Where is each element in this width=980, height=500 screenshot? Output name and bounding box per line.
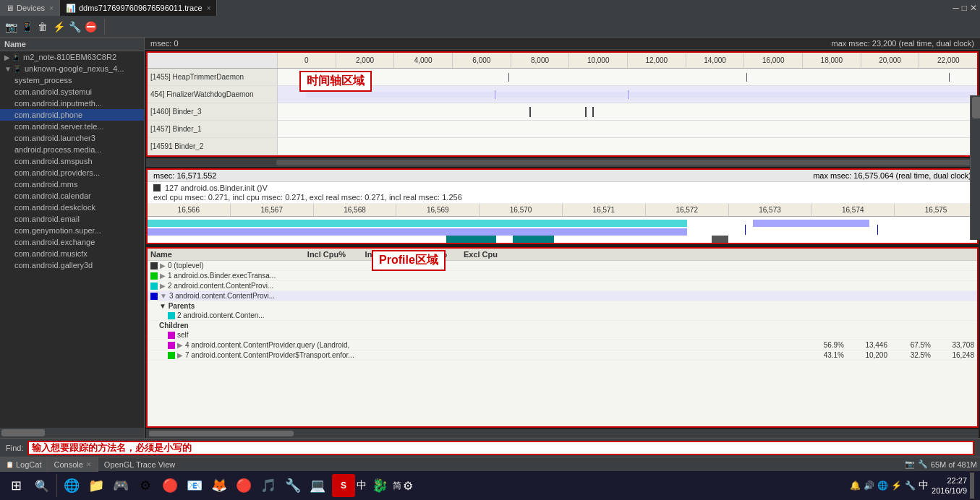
stop-btn[interactable]: ⛔ <box>82 19 98 35</box>
left-panel-hscroll[interactable] <box>0 428 144 438</box>
taskbar-app8[interactable]: 💻 <box>306 474 329 497</box>
detail-track[interactable] <box>148 217 977 243</box>
console-tab[interactable]: Console ✕ <box>48 457 98 472</box>
tree-arrow: ▶ <box>4 53 10 61</box>
process-item[interactable]: com.genymotion.super... <box>0 225 144 236</box>
thread-row-2: 454] FinalizerWatchdogDaemon <box>148 86 977 103</box>
profile-row-self[interactable]: self <box>148 330 977 340</box>
thread-track-2[interactable] <box>278 86 977 103</box>
trace-tab-close[interactable]: × <box>207 4 211 12</box>
clock-area: 22:27 2016/10/9 <box>932 475 967 496</box>
profile-panel: Name Incl Cpu% Incl Cpu Excl Cpu% Excl C… <box>146 247 979 428</box>
process-item[interactable]: com.android.deskclock <box>0 202 144 213</box>
ruler-num: 2,000 <box>336 53 395 68</box>
msec-right: max msec: 23,200 (real time, dual clock) <box>832 39 974 48</box>
thread-label: [1460] Binder_3 <box>148 103 278 120</box>
toolbar: 📷 📱 🗑 ⚡ 🔧 ⛔ <box>0 16 980 38</box>
taskbar-sougou[interactable]: S <box>332 474 355 497</box>
start-button[interactable]: ⊞ <box>3 473 29 499</box>
process-item[interactable]: com.android.systemui <box>0 86 144 98</box>
process-item[interactable]: com.android.launcher3 <box>0 132 144 144</box>
profile-row-1[interactable]: ▶ 1 android.os.Binder.execTransa... <box>148 271 977 281</box>
taskbar-explorer[interactable]: 📁 <box>85 474 108 497</box>
delete-btn[interactable]: 🗑 <box>35 19 51 35</box>
thread-track-5[interactable] <box>278 138 977 155</box>
process-item[interactable]: com.android.exchange <box>0 236 144 248</box>
trace-tab[interactable]: 📊 ddms7176997609676596011.trace × <box>60 0 218 16</box>
thread-track-4[interactable] <box>278 121 977 137</box>
detail-line2: excl cpu msec: 0.271, incl cpu msec: 0.2… <box>153 193 971 202</box>
process-item-phone[interactable]: com.android.phone <box>0 109 144 121</box>
tray-icon-5[interactable]: 🔧 <box>905 480 916 491</box>
profile-row-0[interactable]: ▶ 0 (toplevel) <box>148 261 977 271</box>
process-item[interactable]: com.android.smspush <box>0 155 144 167</box>
status-icon-1[interactable]: 📷 <box>905 460 915 469</box>
process-item[interactable]: com.android.gallery3d <box>0 259 144 271</box>
process-item[interactable]: com.android.providers... <box>0 167 144 178</box>
status-icon-2[interactable]: 🔧 <box>918 460 928 469</box>
profile-row-7[interactable]: ▶ 7 android.content.ContentProvider$Tran… <box>148 350 977 361</box>
profile-row-2[interactable]: ▶ 2 android.content.ContentProvi... <box>148 281 977 291</box>
taskbar-firefox[interactable]: 🦊 <box>208 474 231 497</box>
detail-ruler-num: 16,566 <box>148 204 231 216</box>
find-input[interactable] <box>27 441 974 455</box>
taskbar-app6[interactable]: 🎵 <box>257 474 280 497</box>
ruler-num: 10,000 <box>569 53 628 68</box>
tray-icon-4[interactable]: ⚡ <box>891 480 902 491</box>
process-item[interactable]: com.android.calendar <box>0 190 144 202</box>
taskbar-app1[interactable]: 🎮 <box>109 474 132 497</box>
minimize-button[interactable]: ─ <box>953 3 959 13</box>
taskbar-settings[interactable]: ⚙ <box>403 479 413 493</box>
device-item-m2note[interactable]: ▶ 📱 m2_note-810EBM63C8R2 <box>0 51 144 63</box>
devices-tab[interactable]: 🖥 Devices × <box>0 0 60 16</box>
time-axis-annotation: 时间轴区域 <box>299 71 372 92</box>
devices-tab-close[interactable]: × <box>49 4 54 12</box>
thread-track-3[interactable] <box>278 103 977 120</box>
tray-icon-3[interactable]: 🌐 <box>877 480 888 491</box>
tray-icon-2[interactable]: 🔊 <box>864 480 874 491</box>
device-tree[interactable]: ▶ 📱 m2_note-810EBM63C8R2 ▼ 📱 unknown-goo… <box>0 51 144 428</box>
process-item[interactable]: com.android.email <box>0 213 144 225</box>
device-label: unknown-google_nexus_4... <box>25 64 124 73</box>
debug-btn[interactable]: ⚡ <box>51 19 67 35</box>
tray-icon-1[interactable]: 🔔 <box>850 480 861 491</box>
search-button[interactable]: 🔍 <box>29 473 55 499</box>
process-item[interactable]: android.process.media... <box>0 144 144 155</box>
taskbar-app3[interactable]: 🔴 <box>158 474 182 497</box>
profile-row-parent[interactable]: 2 android.content.Conten... <box>148 311 977 321</box>
process-item[interactable]: com.android.server.tele... <box>0 121 144 132</box>
taskbar-app5[interactable]: 🔴 <box>232 474 255 497</box>
profile-row-4[interactable]: ▶ 4 android.content.ContentProvider.quer… <box>148 340 977 350</box>
close-button[interactable]: ✕ <box>970 3 977 13</box>
screen-capture-btn[interactable]: 📱 <box>19 19 35 35</box>
console-close[interactable]: ✕ <box>86 461 92 468</box>
detail-ruler-num: 16,571 <box>563 204 646 216</box>
settings-btn[interactable]: 🔧 <box>67 19 82 35</box>
device-item-nexus[interactable]: ▼ 📱 unknown-google_nexus_4... <box>0 63 144 74</box>
taskbar-app4[interactable]: 📧 <box>183 474 206 497</box>
thread-label: [1455] HeapTrimmerDaemon <box>148 69 278 85</box>
show-desktop-btn[interactable] <box>970 473 974 499</box>
detail-ruler-num: 16,575 <box>895 204 977 216</box>
taskbar-app9[interactable]: 🐉 <box>368 474 391 497</box>
profile-hscroll[interactable] <box>146 429 979 438</box>
profile-row-3[interactable]: ▼ 3 android.content.ContentProvi... <box>148 291 977 301</box>
process-item[interactable]: com.android.mms <box>0 178 144 190</box>
screenshot-btn[interactable]: 📷 <box>3 19 19 35</box>
taskbar-app7[interactable]: 🔧 <box>281 474 304 497</box>
detail-ruler-num: 16,568 <box>314 204 397 216</box>
process-item[interactable]: com.android.inputmeth... <box>0 98 144 109</box>
right-vscroll[interactable] <box>970 95 980 240</box>
taskbar-edge[interactable]: 🌐 <box>60 474 83 497</box>
timeline-hscroll[interactable] <box>146 158 979 167</box>
status-bar: 📋 LogCat Console ✕ OpenGL Trace View 📷 🔧… <box>0 457 980 471</box>
logcat-tab[interactable]: 📋 LogCat <box>0 457 48 472</box>
thread-track-1[interactable] <box>278 69 977 85</box>
maximize-button[interactable]: □ <box>962 3 967 13</box>
msec-left: msec: 0 <box>150 39 179 48</box>
taskbar-app2[interactable]: ⚙ <box>134 474 157 497</box>
process-item[interactable]: com.android.musicfx <box>0 248 144 259</box>
device-label: m2_note-810EBM63C8R2 <box>23 53 116 61</box>
device-icon: 📱 <box>12 53 20 61</box>
process-item[interactable]: system_process <box>0 74 144 86</box>
